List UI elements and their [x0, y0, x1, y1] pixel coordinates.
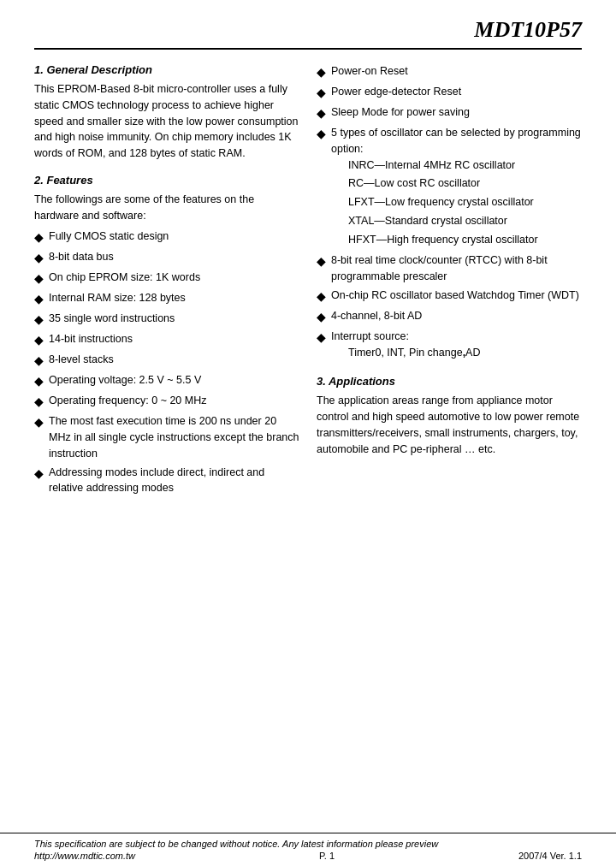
bullet-diamond: ◆: [317, 84, 326, 102]
list-item: ◆ On-chip RC oscillator based Watchdog T…: [317, 288, 582, 305]
list-item: ◆ 5 types of oscillator can be selected …: [317, 125, 582, 250]
bullet-diamond: ◆: [34, 311, 44, 329]
sub-list-item: INRC—Internal 4MHz RC oscillator: [348, 157, 582, 174]
list-item: ◆ Internal RAM size: 128 bytes: [34, 290, 299, 308]
footer-bottom: http://www.mdtic.com.tw P. 1 2007/4 Ver.…: [34, 851, 582, 861]
feature-text: Operating frequency: 0 ~ 20 MHz: [49, 393, 299, 409]
feature-text: 35 single word instructions: [49, 311, 299, 327]
bullet-diamond: ◆: [34, 393, 44, 411]
list-item: ◆ The most fast execution time is 200 ns…: [34, 413, 299, 461]
sub-list-item: XTAL—Standard crystal oscillator: [348, 213, 582, 229]
footer-url: http://www.mdtic.com.tw: [34, 851, 135, 861]
interrupt-sublist: Timer0, INT, Pin change, AD: [331, 345, 582, 361]
bullet-diamond: ◆: [34, 331, 44, 349]
list-item: ◆ 35 single word instructions: [34, 311, 299, 329]
right-features-list: ◆ Power-on Reset ◆ Power edge-detector R…: [317, 63, 582, 363]
oscillator-sublist: INRC—Internal 4MHz RC oscillator RC—Low …: [331, 157, 582, 248]
list-item: ◆ On chip EPROM size: 1K words: [34, 270, 299, 288]
sub-list-item: LFXT—Low frequency crystal oscillator: [348, 194, 582, 211]
feature-text: Addressing modes include direct, indirec…: [49, 465, 299, 497]
feature-text: The most fast execution time is 200 ns u…: [49, 413, 299, 461]
feature-text: 8-bit real time clock/counter (RTCC) wit…: [331, 252, 582, 285]
features-list: ◆ Fully CMOS static design ◆ 8-bit data …: [34, 228, 299, 496]
page: MDT10P57 1. General Description This EPR…: [0, 0, 616, 866]
sub-list-item: RC—Low cost RC oscillator: [348, 175, 582, 192]
footer: This specification are subject to be cha…: [0, 833, 616, 866]
footer-page: P. 1: [319, 851, 335, 861]
feature-text: 14-bit instructions: [49, 331, 299, 347]
section3-title: 3. Applications: [317, 375, 582, 388]
footer-version: 2007/4 Ver. 1.1: [518, 851, 582, 861]
feature-text: 5 types of oscillator can be selected by…: [331, 125, 582, 250]
bullet-diamond: ◆: [34, 413, 44, 431]
feature-text: Interrupt source: Timer0, INT, Pin chang…: [331, 329, 582, 364]
feature-text: 8-bit data bus: [49, 249, 299, 265]
list-item: ◆ 8-bit data bus: [34, 249, 299, 267]
bullet-diamond: ◆: [34, 290, 44, 308]
bullet-diamond: ◆: [317, 288, 326, 305]
feature-text: Operating voltage: 2.5 V ~ 5.5 V: [49, 372, 299, 389]
feature-text: Power edge-detector Reset: [331, 84, 582, 100]
bullet-diamond: ◆: [317, 308, 326, 326]
list-item: ◆ Power-on Reset: [317, 63, 582, 81]
feature-text: On chip EPROM size: 1K words: [49, 270, 299, 286]
bullet-diamond: ◆: [317, 104, 326, 122]
list-item: ◆ Interrupt source: Timer0, INT, Pin cha…: [317, 329, 582, 364]
feature-text: Fully CMOS static design: [49, 228, 299, 245]
feature-text: 8-level stacks: [49, 352, 299, 368]
list-item: ◆ Power edge-detector Reset: [317, 84, 582, 102]
bullet-diamond: ◆: [317, 252, 326, 270]
feature-text: Sleep Mode for power saving: [331, 104, 582, 121]
section1-body: This EPROM-Based 8-bit micro-controller …: [34, 81, 299, 162]
left-column: 1. General Description This EPROM-Based …: [34, 63, 299, 508]
header: MDT10P57: [34, 17, 582, 50]
list-item: ◆ 14-bit instructions: [34, 331, 299, 349]
sub-list-item: Timer0, INT, Pin change, AD: [348, 345, 582, 361]
feature-text: Power-on Reset: [331, 63, 582, 80]
list-item: ◆ 4-channel, 8-bit AD: [317, 308, 582, 326]
sub-list-item: HFXT—High frequency crystal oscillator: [348, 232, 582, 248]
bullet-diamond: ◆: [34, 228, 44, 246]
bullet-diamond: ◆: [34, 270, 44, 288]
bullet-diamond: ◆: [34, 465, 44, 483]
list-item: ◆ Operating frequency: 0 ~ 20 MHz: [34, 393, 299, 411]
section2-title: 2. Features: [34, 174, 299, 187]
bullet-diamond: ◆: [317, 329, 326, 347]
bullet-diamond: ◆: [34, 372, 44, 390]
list-item: ◆ Operating voltage: 2.5 V ~ 5.5 V: [34, 372, 299, 390]
main-content: 1. General Description This EPROM-Based …: [34, 63, 582, 508]
feature-text: On-chip RC oscillator based Watchdog Tim…: [331, 288, 582, 304]
right-column: ◆ Power-on Reset ◆ Power edge-detector R…: [317, 63, 582, 508]
list-item: ◆ Fully CMOS static design: [34, 228, 299, 246]
list-item: ◆ Addressing modes include direct, indir…: [34, 465, 299, 497]
bullet-diamond: ◆: [34, 352, 44, 370]
list-item: ◆ 8-level stacks: [34, 352, 299, 370]
section1-title: 1. General Description: [34, 63, 299, 76]
bullet-diamond: ◆: [34, 249, 44, 267]
footer-notice: This specification are subject to be cha…: [34, 839, 582, 849]
bullet-diamond: ◆: [317, 63, 326, 81]
feature-text: 4-channel, 8-bit AD: [331, 308, 582, 324]
section2-intro: The followings are some of the features …: [34, 192, 299, 224]
bullet-diamond: ◆: [317, 125, 326, 143]
feature-text: Internal RAM size: 128 bytes: [49, 290, 299, 306]
list-item: ◆ 8-bit real time clock/counter (RTCC) w…: [317, 252, 582, 285]
list-item: ◆ Sleep Mode for power saving: [317, 104, 582, 122]
section3-body: The application areas range from applian…: [317, 393, 582, 457]
document-title: MDT10P57: [474, 17, 582, 42]
